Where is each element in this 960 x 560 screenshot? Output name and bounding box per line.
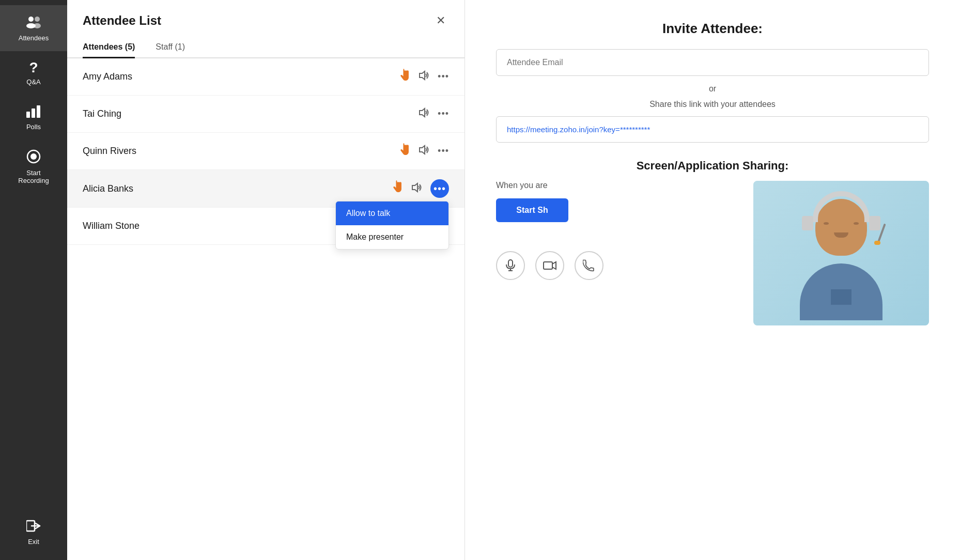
svg-marker-12 xyxy=(420,108,425,117)
attendees-icon xyxy=(26,14,41,31)
microphone-button[interactable] xyxy=(496,251,525,280)
panel-header: Attendee List ✕ xyxy=(67,0,464,37)
more-options-button[interactable]: ••• xyxy=(438,146,449,157)
sidebar-item-exit[interactable]: Exit xyxy=(0,510,67,555)
sidebar-polls-label: Polls xyxy=(26,123,41,131)
or-divider: or xyxy=(496,84,929,94)
table-row: Amy Adams ••• xyxy=(67,58,464,96)
svg-marker-11 xyxy=(420,71,425,80)
phone-button[interactable] xyxy=(575,251,603,280)
make-presenter-menu-item[interactable]: Make presenter xyxy=(336,225,448,249)
tab-staff[interactable]: Staff (1) xyxy=(156,37,185,58)
screen-share-section: When you are Start Sh xyxy=(496,181,929,325)
tabs-row: Attendees (5) Staff (1) xyxy=(67,37,464,58)
speaker-icon xyxy=(418,145,429,158)
svg-rect-4 xyxy=(26,112,30,118)
svg-rect-6 xyxy=(37,105,40,118)
more-options-active-button[interactable]: ••• xyxy=(430,179,449,198)
svg-point-8 xyxy=(30,153,37,160)
svg-marker-19 xyxy=(552,262,556,269)
main-content: Attendee List ✕ Attendees (5) Staff (1) … xyxy=(67,0,960,560)
hand-raised-icon xyxy=(398,143,410,160)
invite-title: Invite Attendee: xyxy=(496,21,929,37)
table-row: Tai Ching ••• xyxy=(67,96,464,133)
camera-button[interactable] xyxy=(535,251,564,280)
svg-point-3 xyxy=(34,23,41,28)
speaker-icon xyxy=(418,70,429,83)
recording-icon xyxy=(26,149,41,166)
sidebar-qa-label: Q&A xyxy=(26,78,40,86)
speaker-icon xyxy=(418,107,429,120)
sidebar-item-recording[interactable]: StartRecording xyxy=(0,140,67,194)
screen-sharing-title: Screen/Application Sharing: xyxy=(496,159,929,173)
attendee-name: Amy Adams xyxy=(83,71,398,82)
speaker-icon xyxy=(411,182,422,195)
sidebar-attendees-label: Attendees xyxy=(19,34,49,42)
more-options-button[interactable]: ••• xyxy=(438,71,449,82)
svg-rect-18 xyxy=(544,262,552,269)
video-person xyxy=(753,181,929,325)
allow-to-talk-menu-item[interactable]: Allow to talk xyxy=(336,201,448,225)
attendee-panel: Attendee List ✕ Attendees (5) Staff (1) … xyxy=(67,0,465,560)
tab-attendees[interactable]: Attendees (5) xyxy=(83,37,135,58)
attendee-icons: ••• xyxy=(391,179,449,198)
right-panel: Invite Attendee: or Share this link with… xyxy=(465,0,960,560)
sidebar-exit-label: Exit xyxy=(28,538,39,546)
hand-raised-icon xyxy=(391,180,402,197)
video-thumbnail xyxy=(753,181,929,325)
sidebar-recording-label: StartRecording xyxy=(18,169,49,184)
panel-title: Attendee List xyxy=(83,13,161,28)
sidebar: Attendees ? Q&A Polls StartRecording xyxy=(0,0,67,560)
attendee-name: Tai Ching xyxy=(83,108,418,119)
sidebar-item-attendees[interactable]: Attendees xyxy=(0,5,67,51)
hand-raised-icon xyxy=(398,69,410,85)
svg-rect-15 xyxy=(508,260,513,267)
svg-point-0 xyxy=(28,17,34,22)
screen-share-text-col: When you are Start Sh xyxy=(496,181,741,280)
svg-point-2 xyxy=(35,17,40,22)
exit-icon xyxy=(26,519,41,535)
screen-share-desc: When you are xyxy=(496,181,741,190)
attendee-email-input[interactable] xyxy=(496,49,929,76)
polls-icon xyxy=(26,104,41,120)
media-controls xyxy=(496,251,741,280)
sidebar-item-polls[interactable]: Polls xyxy=(0,95,67,140)
share-link-label: Share this link with your attendees xyxy=(496,100,929,109)
attendee-name: Alicia Banks xyxy=(83,183,391,194)
svg-rect-5 xyxy=(32,108,35,118)
svg-marker-13 xyxy=(420,146,425,154)
attendee-name: Quinn Rivers xyxy=(83,146,398,157)
attendee-icons: ••• xyxy=(418,107,449,120)
table-row: Quinn Rivers ••• xyxy=(67,133,464,170)
attendee-list: Amy Adams ••• xyxy=(67,58,464,560)
attendee-icons: ••• xyxy=(398,143,449,160)
close-panel-button[interactable]: ✕ xyxy=(432,12,449,29)
svg-marker-14 xyxy=(412,183,417,192)
sidebar-item-qa[interactable]: ? Q&A xyxy=(0,51,67,95)
share-link[interactable]: https://meeting.zoho.in/join?key=*******… xyxy=(496,116,929,143)
attendee-icons: ••• xyxy=(398,69,449,85)
context-menu: Allow to talk Make presenter xyxy=(335,201,449,250)
start-sharing-button[interactable]: Start Sh xyxy=(496,198,568,222)
more-options-button[interactable]: ••• xyxy=(438,108,449,119)
qa-icon: ? xyxy=(29,60,38,75)
table-row: Alicia Banks xyxy=(67,170,464,208)
